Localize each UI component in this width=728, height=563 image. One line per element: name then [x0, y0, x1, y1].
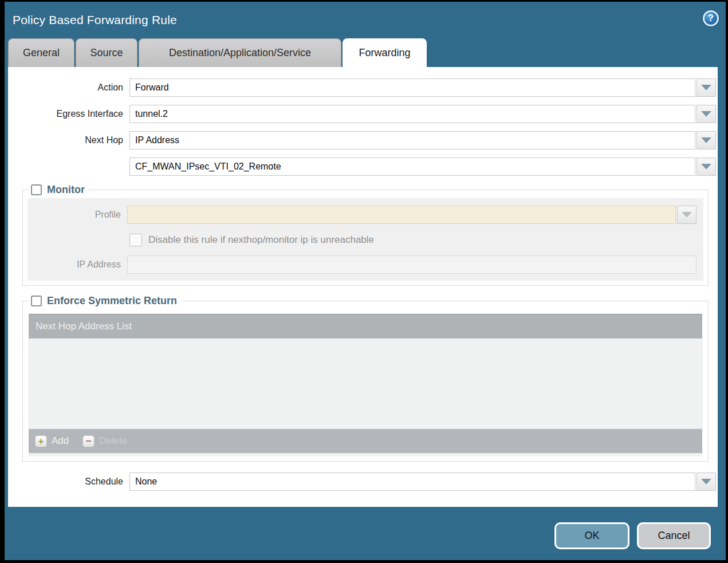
egress-interface-input[interactable]: tunnel.2	[129, 105, 695, 123]
enforce-symmetric-return-legend: Enforce Symmetric Return	[29, 295, 181, 307]
enforce-symmetric-return-group: Enforce Symmetric Return Next Hop Addres…	[22, 295, 709, 462]
next-hop-address-list-column-header: Next Hop Address List	[36, 321, 132, 332]
titlebar: Policy Based Forwarding Rule ?	[5, 2, 726, 38]
profile-row: Profile	[27, 206, 696, 224]
monitor-group: Monitor Profile Disable this rule if nex…	[22, 184, 709, 286]
add-button[interactable]: + Add	[35, 435, 69, 447]
add-button-label: Add	[52, 435, 69, 447]
tab-destination-application-service[interactable]: Destination/Application/Service	[139, 38, 341, 67]
egress-interface-dropdown-button[interactable]	[696, 105, 716, 123]
chevron-down-icon	[701, 137, 711, 143]
monitor-checkbox[interactable]	[31, 184, 42, 195]
profile-label: Profile	[27, 210, 127, 220]
delete-button-label: Delete	[99, 435, 127, 447]
profile-dropdown-button[interactable]	[677, 206, 696, 224]
schedule-row: Schedule None	[8, 473, 716, 491]
tab-forwarding[interactable]: Forwarding	[343, 38, 427, 67]
egress-interface-label: Egress Interface	[8, 109, 129, 119]
next-hop-address-row: CF_MWAN_IPsec_VTI_02_Remote	[8, 158, 716, 176]
monitor-group-label: Monitor	[47, 184, 85, 196]
tab-bar: General Source Destination/Application/S…	[5, 38, 726, 67]
disable-rule-row: Disable this rule if nexthop/monitor ip …	[129, 234, 696, 246]
tab-label: Forwarding	[359, 47, 410, 59]
action-dropdown-button[interactable]	[696, 78, 716, 97]
forwarding-tab-content: Action Forward Egress Interface tunnel.2…	[8, 67, 718, 507]
action-input[interactable]: Forward	[129, 78, 695, 97]
schedule-label: Schedule	[8, 477, 129, 487]
chevron-down-icon	[682, 212, 692, 218]
schedule-input[interactable]: None	[129, 473, 695, 491]
chevron-down-icon	[701, 479, 711, 485]
action-combo: Forward	[129, 78, 716, 97]
chevron-down-icon	[701, 85, 711, 90]
ok-button[interactable]: OK	[554, 522, 629, 549]
enforce-symmetric-return-checkbox[interactable]	[31, 296, 42, 306]
tab-label: Destination/Application/Service	[169, 47, 311, 59]
disable-rule-label: Disable this rule if nexthop/monitor ip …	[148, 234, 374, 246]
monitor-ip-address-row: IP Address	[27, 255, 696, 274]
next-hop-address-dropdown-button[interactable]	[696, 158, 716, 176]
profile-input[interactable]	[127, 206, 676, 224]
enforce-symmetric-return-label: Enforce Symmetric Return	[47, 295, 177, 307]
action-label: Action	[8, 82, 129, 93]
cancel-button[interactable]: Cancel	[637, 522, 711, 549]
plus-icon: +	[35, 435, 47, 447]
next-hop-type-input[interactable]: IP Address	[129, 131, 695, 149]
next-hop-address-list-table: Next Hop Address List + Add − Delete	[29, 314, 702, 453]
next-hop-address-input[interactable]: CF_MWAN_IPsec_VTI_02_Remote	[129, 158, 695, 176]
monitor-panel: Profile Disable this rule if nexthop/mon…	[27, 198, 703, 281]
profile-combo	[127, 206, 696, 224]
table-bottom-strip	[29, 453, 702, 456]
chevron-down-icon	[701, 164, 711, 170]
next-hop-row: Next Hop IP Address	[8, 131, 716, 149]
schedule-dropdown-button[interactable]	[696, 473, 716, 491]
next-hop-type-combo: IP Address	[129, 131, 716, 149]
minus-icon: −	[82, 435, 95, 447]
egress-interface-combo: tunnel.2	[129, 105, 716, 123]
dialog-title: Policy Based Forwarding Rule	[5, 13, 177, 27]
chevron-down-icon	[701, 111, 711, 117]
delete-button[interactable]: − Delete	[82, 435, 127, 447]
disable-rule-checkbox[interactable]	[129, 234, 142, 246]
monitor-ip-address-label: IP Address	[27, 259, 127, 270]
schedule-combo: None	[129, 473, 716, 491]
monitor-legend: Monitor	[29, 184, 89, 196]
table-header: Next Hop Address List	[29, 314, 702, 338]
tab-label: General	[23, 47, 60, 59]
table-toolbar: + Add − Delete	[29, 429, 702, 453]
next-hop-label: Next Hop	[8, 135, 129, 145]
dialog-footer: OK Cancel	[5, 507, 726, 560]
monitor-ip-address-input[interactable]	[127, 255, 696, 274]
next-hop-address-combo: CF_MWAN_IPsec_VTI_02_Remote	[129, 158, 716, 176]
action-row: Action Forward	[8, 78, 716, 97]
tab-general[interactable]: General	[8, 38, 74, 67]
egress-interface-row: Egress Interface tunnel.2	[8, 105, 716, 123]
next-hop-type-dropdown-button[interactable]	[696, 131, 716, 149]
tab-label: Source	[90, 47, 123, 59]
help-icon[interactable]: ?	[703, 10, 719, 26]
tab-source[interactable]: Source	[76, 38, 137, 67]
policy-based-forwarding-dialog: Policy Based Forwarding Rule ? General S…	[5, 2, 726, 560]
table-body-empty	[29, 338, 702, 429]
